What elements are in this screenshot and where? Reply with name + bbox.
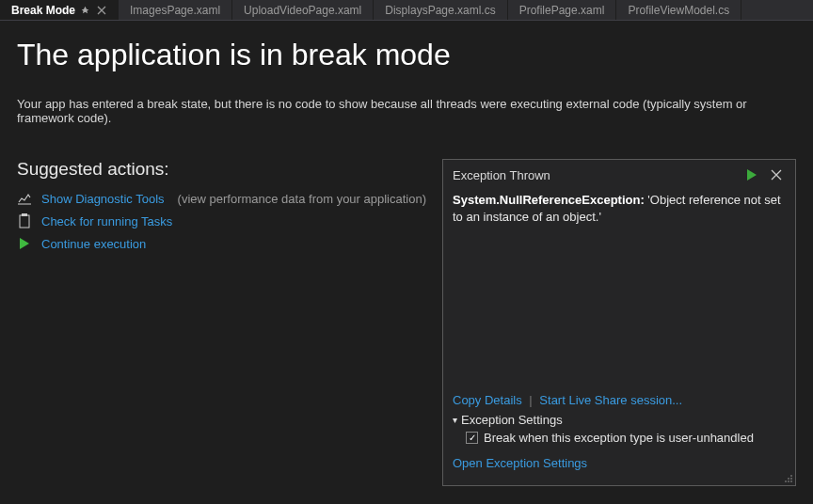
tab-displays-page[interactable]: DisplaysPage.xaml.cs	[374, 0, 507, 20]
svg-rect-0	[20, 215, 29, 228]
close-icon[interactable]	[767, 165, 786, 184]
action-label: Continue execution	[41, 237, 146, 251]
chart-icon	[17, 191, 32, 206]
svg-point-7	[785, 480, 787, 482]
copy-details-link[interactable]: Copy Details	[453, 393, 522, 407]
page-title: The application is in break mode	[17, 38, 796, 72]
chevron-down-icon: ▾	[453, 415, 457, 425]
action-show-diagnostic-tools[interactable]: Show Diagnostic Tools (view performance …	[17, 187, 429, 210]
exception-settings-label: Exception Settings	[461, 413, 563, 427]
divider: |	[529, 393, 532, 407]
resize-grip[interactable]	[782, 472, 793, 483]
svg-point-3	[790, 478, 792, 480]
action-label: Check for running Tasks	[41, 214, 172, 228]
svg-point-2	[790, 475, 792, 477]
exception-title: Exception Thrown	[453, 168, 742, 182]
tab-label: ProfilePage.xaml	[519, 4, 605, 17]
play-icon	[17, 236, 32, 251]
open-exception-settings-link[interactable]: Open Exception Settings	[453, 456, 587, 470]
suggested-actions-panel: Suggested actions: Show Diagnostic Tools…	[17, 159, 429, 486]
svg-rect-1	[22, 213, 27, 216]
break-checkbox[interactable]: ✓	[466, 432, 478, 444]
action-hint: (view performance data from your applica…	[178, 192, 426, 206]
tab-label: ImagesPage.xaml	[130, 4, 220, 17]
main-content: The application is in break mode Your ap…	[0, 21, 813, 486]
action-label: Show Diagnostic Tools	[41, 192, 165, 206]
tab-profile-viewmodel[interactable]: ProfileViewModel.cs	[616, 0, 741, 20]
action-continue-execution[interactable]: Continue execution	[17, 232, 429, 255]
svg-point-4	[790, 480, 792, 482]
svg-point-5	[788, 478, 789, 480]
exception-settings-expander[interactable]: ▾ Exception Settings	[453, 413, 786, 427]
live-share-link[interactable]: Start Live Share session...	[539, 393, 682, 407]
tab-label: DisplaysPage.xaml.cs	[385, 4, 495, 17]
tab-bar: Break Mode ImagesPage.xaml UploadVideoPa…	[0, 0, 813, 21]
tab-label: ProfileViewModel.cs	[628, 4, 729, 17]
tab-upload-video-page[interactable]: UploadVideoPage.xaml	[232, 0, 374, 20]
svg-point-6	[788, 480, 789, 482]
exception-popup: Exception Thrown System.NullReferenceExc…	[442, 159, 796, 486]
close-icon[interactable]	[97, 6, 106, 15]
action-check-tasks[interactable]: Check for running Tasks	[17, 210, 429, 232]
tab-profile-page[interactable]: ProfilePage.xaml	[508, 0, 617, 20]
tab-break-mode[interactable]: Break Mode	[0, 0, 119, 20]
tab-images-page[interactable]: ImagesPage.xaml	[119, 0, 232, 20]
suggested-title: Suggested actions:	[17, 159, 429, 180]
exception-type: System.NullReferenceException:	[453, 193, 645, 207]
clipboard-icon	[17, 213, 32, 228]
continue-icon[interactable]	[742, 165, 761, 184]
tab-label: Break Mode	[11, 4, 75, 17]
pin-icon[interactable]	[81, 6, 89, 14]
checkbox-label: Break when this exception type is user-u…	[484, 431, 754, 445]
break-message: Your app has entered a break state, but …	[17, 97, 796, 125]
tab-label: UploadVideoPage.xaml	[244, 4, 361, 17]
exception-body: System.NullReferenceException: 'Object r…	[443, 188, 795, 387]
